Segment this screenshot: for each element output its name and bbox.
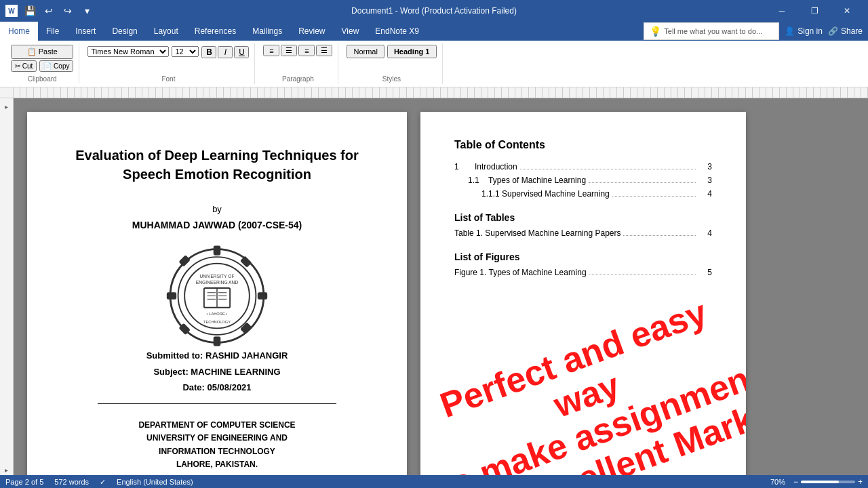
tab-design[interactable]: Design: [104, 22, 145, 41]
customize-button[interactable]: ▾: [79, 3, 95, 19]
table-entry-1: Table 1. Supervised Machine Learning Pap…: [454, 228, 712, 238]
tab-file[interactable]: File: [38, 22, 67, 41]
italic-button[interactable]: I: [218, 46, 233, 58]
language: English (United States): [117, 478, 193, 486]
bold-button[interactable]: B: [201, 46, 216, 58]
title-bar: W 💾 ↩ ↪ ▾ Document1 - Word (Product Acti…: [0, 0, 868, 22]
font-size-select[interactable]: 12: [172, 46, 199, 57]
sign-in-button[interactable]: 👤 Sign in: [785, 26, 823, 36]
table-label-1: Table 1. Supervised Machine Learning Pap…: [454, 228, 620, 238]
tab-insert[interactable]: Insert: [67, 22, 104, 41]
dept1: DEPARTMENT OF COMPUTER SCIENCE: [138, 419, 295, 432]
svg-rect-3: [214, 247, 220, 254]
share-button[interactable]: 🔗 Share: [828, 26, 863, 36]
svg-rect-6: [258, 293, 266, 299]
undo-button[interactable]: ↩: [41, 3, 57, 19]
paste-button[interactable]: 📋 Paste: [11, 45, 73, 59]
subject-val: MACHINE LEARNING: [191, 367, 280, 377]
toc-num-1-1-1: 1.1.1: [481, 189, 502, 199]
figure-entry-1: Figure 1. Types of Machine Learning 5: [454, 268, 712, 277]
toc-label-1: Introduction: [475, 162, 517, 171]
svg-text:UNIVERSITY OF: UNIVERSITY OF: [199, 274, 234, 279]
watermark-text: Perfect and easy way to make assignment …: [420, 282, 746, 475]
list-of-tables-heading: List of Tables: [454, 212, 712, 223]
paragraph-label: Paragraph: [282, 75, 314, 83]
toc-page-1-1-1: 4: [698, 189, 712, 199]
close-button[interactable]: ✕: [831, 0, 863, 22]
lightbulb-icon: 💡: [650, 26, 661, 37]
toc-num-1: 1: [454, 162, 475, 171]
share-icon: 🔗: [828, 26, 838, 36]
ruler-content: [14, 87, 868, 98]
font-label: Font: [161, 75, 175, 83]
date-label: Date:: [182, 382, 205, 392]
font-family-select[interactable]: Times New Roman: [87, 46, 169, 57]
title-bar-left: W 💾 ↩ ↪ ▾: [5, 3, 95, 19]
tab-home[interactable]: Home: [0, 22, 38, 41]
align-right-button[interactable]: ≡: [298, 45, 315, 56]
tab-view[interactable]: View: [334, 22, 368, 41]
tab-review[interactable]: Review: [290, 22, 333, 41]
watermark-overlay: Perfect and easy way to make assignment …: [420, 282, 746, 475]
university-logo: UNIVERSITY OF ENGINEERING AND • LAHORE •…: [163, 244, 271, 348]
minimize-button[interactable]: ─: [766, 0, 797, 22]
sign-in-label: Sign in: [797, 26, 823, 36]
tab-layout[interactable]: Layout: [146, 22, 186, 41]
subject-label: Subject:: [153, 367, 188, 377]
watermark-line2: to make assignment: [431, 354, 746, 475]
zoom-in-button[interactable]: +: [858, 477, 863, 487]
proofing-icon: ✓: [100, 478, 106, 487]
zoom-out-button[interactable]: −: [793, 477, 798, 487]
toc-entry-1: 1 Introduction 3: [454, 162, 712, 171]
cover-page: Evaluation of Deep Learning Techniques f…: [27, 112, 407, 475]
restore-button[interactable]: ❐: [799, 0, 830, 22]
normal-style-button[interactable]: Normal: [347, 45, 384, 58]
clipboard-label: Clipboard: [28, 75, 57, 83]
toc-label-1-1-1: Supervised Machine Learning: [502, 189, 610, 199]
tab-references[interactable]: References: [186, 22, 244, 41]
page-divider: [98, 403, 336, 404]
window-controls: ─ ❐ ✕: [766, 0, 863, 22]
document-area[interactable]: Evaluation of Deep Learning Techniques f…: [14, 98, 868, 475]
svg-rect-8: [241, 257, 251, 266]
font-group: Times New Roman 12 B I U Font: [82, 43, 255, 84]
toc-heading: Table of Contents: [454, 139, 712, 151]
dept2: UNIVERSITY OF ENGINEERING AND: [138, 432, 295, 445]
watermark-line1: Perfect and easy way: [420, 282, 746, 473]
margin-top-icon: ▸: [1, 101, 12, 112]
cut-button[interactable]: ✂ Cut: [11, 60, 37, 72]
dept3: INFORMATION TECHNOLOGY: [138, 445, 295, 458]
toc-page: Table of Contents 1 Introduction 3 1.1 T…: [420, 112, 746, 475]
svg-text:TECHNOLOGY: TECHNOLOGY: [203, 320, 231, 324]
tab-mailings[interactable]: Mailings: [244, 22, 290, 41]
align-center-button[interactable]: ☰: [281, 45, 297, 56]
ribbon-commands: 📋 Paste ✂ Cut 📄 Copy Clipboard Times New…: [0, 41, 868, 87]
zoom-level: 70%: [770, 478, 785, 486]
dept4: LAHORE, PAKISTAN.: [138, 458, 295, 471]
ribbon: Home File Insert Design Layout Reference…: [0, 22, 868, 87]
copy-button[interactable]: 📄 Copy: [39, 60, 73, 72]
person-icon: 👤: [785, 26, 795, 36]
quick-access-bar: 💾 ↩ ↪ ▾: [22, 3, 95, 19]
word-icon: W: [5, 5, 18, 17]
underline-button[interactable]: U: [234, 46, 249, 58]
document-title: Evaluation of Deep Learning Techniques f…: [68, 146, 366, 184]
clipboard-group: 📋 Paste ✂ Cut 📄 Copy Clipboard: [5, 43, 79, 84]
save-button[interactable]: 💾: [22, 3, 38, 19]
status-right: 70% − +: [770, 477, 863, 487]
list-of-figures-heading: List of Figures: [454, 251, 712, 262]
redo-button[interactable]: ↪: [60, 3, 76, 19]
align-left-button[interactable]: ≡: [263, 45, 279, 56]
heading1-style-button[interactable]: Heading 1: [387, 45, 437, 58]
page-count: Page 2 of 5: [5, 478, 43, 486]
by-text: by: [212, 204, 222, 214]
table-page-1: 4: [698, 228, 712, 238]
toc-page-1: 3: [698, 162, 712, 171]
tab-endnote[interactable]: EndNote X9: [367, 22, 427, 41]
word-count: 572 words: [54, 478, 89, 486]
dept-info: DEPARTMENT OF COMPUTER SCIENCE UNIVERSIT…: [138, 419, 295, 471]
tell-bar[interactable]: 💡 Tell me what you want to do...: [644, 22, 779, 40]
toc-entry-1-1-1: 1.1.1 Supervised Machine Learning 4: [454, 189, 712, 199]
justify-button[interactable]: ☰: [316, 45, 332, 56]
svg-text:ENGINEERING AND: ENGINEERING AND: [196, 280, 239, 285]
